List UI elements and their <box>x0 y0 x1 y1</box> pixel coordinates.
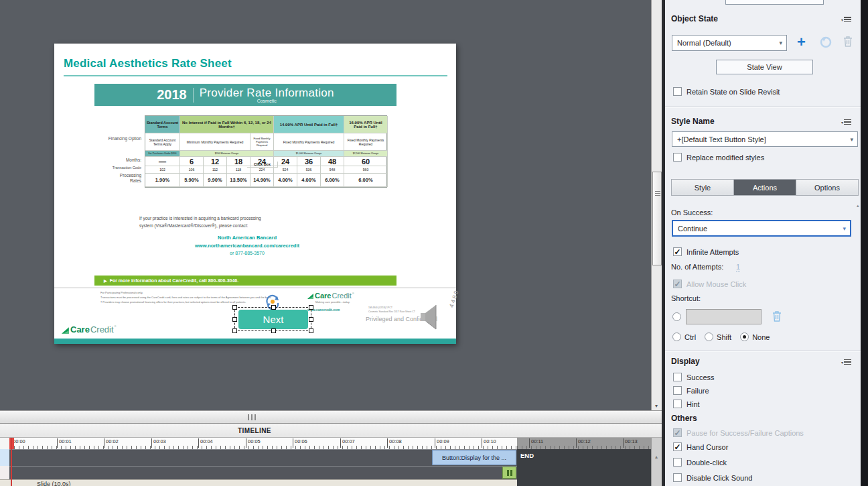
hint-label[interactable]: Hint <box>686 400 700 408</box>
panel-menu-icon[interactable]: ▾ <box>841 359 851 365</box>
shortcut-radio[interactable] <box>672 312 681 321</box>
table-note: $1,000 Minimum Charge <box>274 151 344 157</box>
infinite-attempts-row[interactable]: ✓ Infinite Attempts <box>673 247 739 256</box>
audio-id-text: 4480 <box>448 288 460 308</box>
slide-bottom-bar <box>54 339 456 344</box>
hint-row[interactable]: Hint <box>673 400 700 408</box>
panel-menu-icon[interactable]: ▾ <box>841 17 851 23</box>
properties-panel: Object State ▾ Normal (Default) ▾ + Stat… <box>665 0 861 486</box>
processing-rate-cell: 6.00% <box>344 174 388 187</box>
speaker-icon[interactable] <box>419 302 447 332</box>
slide[interactable]: Medical Aesthetics Rate Sheet 2018 Provi… <box>54 44 456 344</box>
retain-state-label[interactable]: Retain State on Slide Revisit <box>686 88 780 96</box>
table-header: 16.90% APR Until Paid in Full† <box>344 116 388 133</box>
timeline-header[interactable]: TIMELINE <box>0 424 662 438</box>
allow-mouse-checkbox: ✓ <box>673 280 682 288</box>
scroll-up-icon[interactable]: ▴ <box>652 454 661 460</box>
disable-click-sound-row[interactable]: Disable Click Sound <box>673 473 752 482</box>
none-label[interactable]: None <box>752 333 770 341</box>
months-cell: 48 <box>321 157 344 166</box>
stage-vertical-scrollbar[interactable]: ▾ <box>651 0 662 410</box>
tab-actions[interactable]: Actions <box>734 180 796 195</box>
clipped-field[interactable] <box>725 0 824 5</box>
failure-checkbox[interactable] <box>673 386 682 395</box>
style-name-title: Style Name <box>671 117 715 126</box>
months-cell: 6 <box>180 157 204 166</box>
replace-styles-checkbox[interactable] <box>673 153 682 162</box>
next-button[interactable]: Next <box>238 310 308 329</box>
selection-handle[interactable] <box>271 328 276 333</box>
timeline-button-object[interactable]: Button:Display for the ... <box>432 450 516 465</box>
timeline-track-slide[interactable]: Slide (10.0s) <box>0 479 517 486</box>
ctrl-radio[interactable] <box>672 332 681 341</box>
delete-shortcut-icon[interactable] <box>772 311 782 322</box>
ruler-tick-label: 00:09 <box>435 438 449 448</box>
none-radio[interactable] <box>740 332 749 341</box>
contact-line: If your practice is interested in acquir… <box>139 215 355 222</box>
timeline-track-audio[interactable] <box>9 466 517 479</box>
shortcut-input[interactable] <box>686 309 762 324</box>
hint-checkbox[interactable] <box>673 400 682 408</box>
double-click-checkbox[interactable] <box>673 458 682 467</box>
pause-marker[interactable] <box>502 467 516 479</box>
splitter-grip-icon[interactable] <box>248 414 256 420</box>
footnotes: For Participating Professionals only. Tr… <box>100 291 278 304</box>
months-cell: 60 <box>344 157 388 166</box>
section-divider <box>665 107 861 108</box>
stage-canvas[interactable]: Medical Aesthetics Rate Sheet 2018 Provi… <box>0 0 651 410</box>
selection-handle[interactable] <box>309 328 313 333</box>
disable-click-sound-label[interactable]: Disable Click Sound <box>686 474 752 482</box>
hand-cursor-row[interactable]: ✓ Hand Cursor <box>673 442 728 451</box>
success-checkbox[interactable] <box>673 373 682 381</box>
stage-timeline-splitter[interactable] <box>0 410 662 424</box>
selection-handle[interactable] <box>309 305 313 310</box>
selection-handle[interactable] <box>232 317 237 322</box>
scrollbar-thumb[interactable] <box>652 172 662 265</box>
infinite-attempts-label[interactable]: Infinite Attempts <box>686 248 739 256</box>
selection-handle[interactable] <box>232 328 237 333</box>
infinite-attempts-checkbox[interactable]: ✓ <box>673 247 682 256</box>
replace-styles-row[interactable]: Replace modified styles <box>673 153 764 162</box>
hand-cursor-checkbox[interactable]: ✓ <box>673 442 682 451</box>
failure-label[interactable]: Failure <box>686 387 709 395</box>
revert-state-icon[interactable] <box>820 36 832 48</box>
ctrl-label[interactable]: Ctrl <box>684 333 696 341</box>
playhead-line[interactable] <box>11 438 12 486</box>
attempts-value: 1 <box>736 263 740 271</box>
tab-options[interactable]: Options <box>796 180 858 195</box>
timeline-scrollbar[interactable]: ▴ <box>651 438 662 486</box>
success-row[interactable]: Success <box>673 373 715 381</box>
ruler-tick-label: 00:10 <box>482 438 496 448</box>
selection-handle[interactable] <box>232 305 237 310</box>
tab-style[interactable]: Style <box>672 180 734 195</box>
timeline-panel: TIMELINE 00:00 00:01 00:02 00:03 00:04 0… <box>0 424 662 486</box>
disable-click-sound-checkbox[interactable] <box>673 473 682 482</box>
retain-state-row[interactable]: Retain State on Slide Revisit <box>673 87 780 96</box>
selection-handle[interactable] <box>271 305 276 310</box>
replace-styles-label[interactable]: Replace modified styles <box>686 154 764 162</box>
double-click-label[interactable]: Double-click <box>686 459 727 467</box>
failure-row[interactable]: Failure <box>673 386 709 395</box>
double-click-row[interactable]: Double-click <box>673 458 727 467</box>
success-label[interactable]: Success <box>686 373 715 381</box>
state-view-button[interactable]: State View <box>716 60 813 74</box>
on-success-dropdown[interactable]: Continue ▾ <box>672 220 851 237</box>
delete-state-icon[interactable] <box>843 36 853 47</box>
timeline-after-end-area: END <box>517 449 651 486</box>
selection-handle[interactable] <box>309 317 313 322</box>
shift-label[interactable]: Shift <box>717 333 731 341</box>
slide-track-label: Slide (10.0s) <box>37 481 71 486</box>
panel-scroll-up-icon[interactable]: ▴ <box>857 203 859 208</box>
hand-cursor-label[interactable]: Hand Cursor <box>686 443 728 451</box>
style-name-dropdown[interactable]: +[Default Text Button Style] ▾ <box>672 131 858 147</box>
footnote-line: † Providers may choose promotional finan… <box>100 300 278 305</box>
others-title: Others <box>671 414 697 423</box>
months-cell: 12 <box>204 157 227 166</box>
scroll-down-icon[interactable]: ▾ <box>652 403 661 409</box>
state-dropdown[interactable]: Normal (Default) ▾ <box>672 35 787 51</box>
next-button-selection[interactable]: Next <box>234 307 311 331</box>
add-state-icon[interactable]: + <box>797 34 806 51</box>
shift-radio[interactable] <box>705 332 713 341</box>
panel-menu-icon[interactable]: ▾ <box>841 119 851 125</box>
retain-state-checkbox[interactable] <box>673 87 682 96</box>
